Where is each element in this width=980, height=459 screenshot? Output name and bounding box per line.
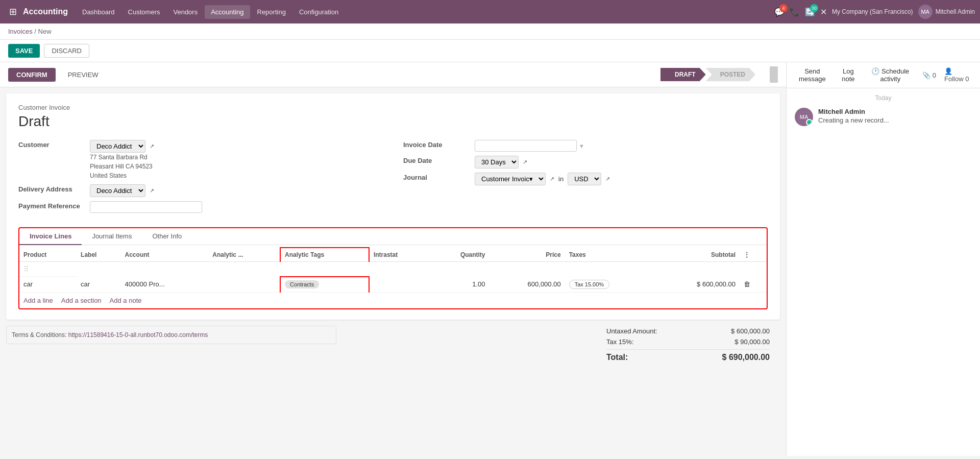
scroll-indicator[interactable] [770, 66, 778, 83]
invoice-line-row-1[interactable]: car car 400000 Pro... Contracts 1.00 600… [19, 277, 767, 293]
cell-label: car [77, 277, 120, 293]
cell-intrastat [369, 277, 429, 293]
currency-select[interactable]: USD [568, 173, 601, 185]
attachment-count: 📎 0 [922, 71, 936, 79]
preview-button[interactable]: PREVIEW [62, 68, 105, 82]
tab-journal-items[interactable]: Journal Items [82, 228, 142, 245]
totals-table: Untaxed Amount: $ 600,000.00 Tax 15%: $ … [606, 326, 770, 364]
status-posted[interactable]: POSTED [706, 68, 755, 81]
customer-value: Deco Addict ↗ 77 Santa Barbara RdPleasan… [90, 140, 383, 180]
customer-select[interactable]: Deco Addict [90, 140, 145, 153]
col-analytic: Analytic ... [208, 248, 280, 262]
form-toolbar: SAVE DISCARD [0, 40, 980, 62]
journal-field: Journal Customer Invoic▾ ↗ in USD [403, 173, 768, 185]
status-pipeline: DRAFT POSTED [660, 68, 755, 81]
invoice-date-value: ▼ [475, 140, 768, 152]
menu-customers[interactable]: Customers [122, 5, 166, 19]
payment-reference-field: Payment Reference [18, 201, 383, 213]
add-line-button[interactable]: Add a line [23, 297, 53, 304]
invoice-date-dropdown[interactable]: ▼ [579, 143, 584, 149]
analytic-tag-contracts[interactable]: Contracts [285, 280, 319, 288]
currency-external-link[interactable]: ↗ [605, 176, 610, 182]
payment-reference-input[interactable] [90, 201, 202, 213]
chatter-today: Today [795, 94, 972, 102]
col-taxes: Taxes [565, 248, 654, 262]
log-note-button[interactable]: Log note [838, 67, 859, 83]
col-actions: ⋮ [740, 248, 767, 262]
delete-row-icon[interactable] [744, 280, 750, 288]
tab-invoice-lines[interactable]: Invoice Lines [19, 228, 82, 245]
cell-subtotal: $ 600,000.00 [654, 277, 740, 293]
delivery-address-label: Delivery Address [18, 184, 90, 193]
form-fields-grid: Customer Deco Addict ↗ 77 Santa Barbara … [18, 140, 768, 217]
save-button[interactable]: SAVE [8, 44, 40, 58]
discard-button[interactable]: DISCARD [44, 44, 89, 58]
journal-select[interactable]: Customer Invoic▾ [475, 173, 546, 185]
menu-configuration[interactable]: Configuration [293, 5, 345, 19]
breadcrumb-separator: / [34, 28, 38, 35]
table-actions: Add a line Add a section Add a note [19, 293, 767, 308]
terms-section: Terms & Conditions: https://11589416-15-… [6, 326, 606, 364]
tab-other-info[interactable]: Other Info [142, 228, 192, 245]
invoice-form-card: Customer Invoice Draft Customer Deco Add… [6, 93, 780, 320]
cell-analytic [208, 277, 280, 293]
send-message-button[interactable]: Send message [795, 67, 830, 83]
terms-url[interactable]: https://11589416-15-0-all.runbot70.odoo.… [68, 331, 208, 339]
user-avatar: MA [918, 5, 933, 19]
company-name: My Company (San Francisco) [832, 8, 913, 15]
user-icon: 👤 [944, 67, 952, 75]
action-bar: CONFIRM PREVIEW DRAFT POSTED [0, 62, 786, 87]
journal-external-link[interactable]: ↗ [550, 176, 554, 182]
menu-dashboard[interactable]: Dashboard [76, 5, 121, 19]
schedule-activity-button[interactable]: 🕐 Schedule activity [867, 67, 914, 83]
due-date-external-link[interactable]: ↗ [523, 159, 527, 165]
row-drag-handle[interactable]: ⠿ [19, 262, 77, 277]
top-navigation: ⊞ Accounting Dashboard Customers Vendors… [0, 0, 980, 23]
cell-analytic-tags: Contracts [280, 277, 369, 293]
form-fields-left: Customer Deco Addict ↗ 77 Santa Barbara … [18, 140, 383, 217]
user-menu[interactable]: MA Mitchell Admin [918, 5, 975, 19]
cell-delete[interactable] [740, 277, 767, 293]
chatter-msg-author: Mitchell Admin [818, 108, 972, 115]
table-row: ⠿ [19, 262, 767, 277]
status-draft[interactable]: DRAFT [660, 68, 706, 81]
form-fields-right: Invoice Date ▼ Due Date [403, 140, 768, 217]
customer-label: Customer [18, 140, 90, 149]
tax-badge[interactable]: Tax 15.00% [569, 280, 609, 289]
activity-icon[interactable]: 🔄 30 [805, 7, 815, 17]
chatter-msg-text: Creating a new record... [818, 116, 972, 124]
confirm-button[interactable]: CONFIRM [8, 68, 56, 82]
journal-value: Customer Invoic▾ ↗ in USD ↗ [475, 173, 768, 185]
menu-reporting[interactable]: Reporting [251, 5, 292, 19]
phone-icon[interactable]: 📞 [790, 7, 800, 17]
breadcrumb-parent[interactable]: Invoices [8, 28, 33, 35]
apps-menu-icon[interactable]: ⊞ [5, 4, 21, 19]
delivery-address-select[interactable]: Deco Addict [90, 184, 145, 197]
follow-button[interactable]: 👤 Follow 0 [944, 67, 972, 83]
due-date-select[interactable]: 30 Days [475, 156, 519, 168]
customer-field: Customer Deco Addict ↗ 77 Santa Barbara … [18, 140, 383, 180]
avatar-initials: MA [795, 108, 813, 126]
paperclip-icon: 📎 [922, 71, 930, 79]
invoice-date-input[interactable] [475, 140, 577, 152]
col-subtotal: Subtotal [654, 248, 740, 262]
due-date-label: Due Date [403, 156, 475, 164]
close-icon[interactable]: ✕ [820, 7, 827, 17]
menu-vendors[interactable]: Vendors [167, 5, 204, 19]
breadcrumb: Invoices / New [0, 23, 980, 40]
menu-accounting[interactable]: Accounting [205, 5, 250, 19]
form-title: Draft [18, 113, 768, 130]
terms-box: Terms & Conditions: https://11589416-15-… [6, 326, 336, 344]
chatter-body: Today MA Mitchell Admin Creating a new r… [787, 88, 980, 456]
cell-account: 400000 Pro... [121, 277, 209, 293]
col-label: Label [77, 248, 120, 262]
customer-external-link[interactable]: ↗ [150, 143, 154, 150]
activity-badge: 30 [810, 4, 818, 12]
messages-icon[interactable]: 💬 4 [774, 7, 785, 17]
topnav-right-actions: 💬 4 📞 🔄 30 ✕ My Company (San Francisco) … [774, 5, 975, 19]
add-note-button[interactable]: Add a note [110, 297, 142, 304]
payment-reference-label: Payment Reference [18, 201, 90, 210]
add-section-button[interactable]: Add a section [61, 297, 102, 304]
bottom-summary: Terms & Conditions: https://11589416-15-… [6, 326, 780, 364]
delivery-external-link[interactable]: ↗ [150, 187, 154, 194]
